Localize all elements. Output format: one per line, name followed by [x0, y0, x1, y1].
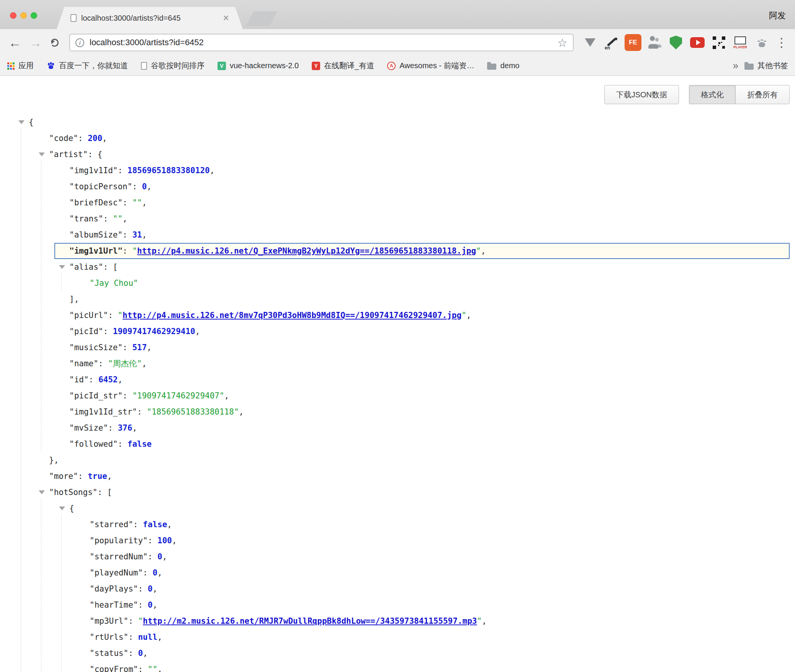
window-zoom-button[interactable]: [31, 12, 37, 19]
bookmark-item[interactable]: 百度一下，你就知道: [47, 61, 128, 71]
shield-extension-icon[interactable]: [666, 33, 685, 52]
forward-button[interactable]: →: [27, 34, 44, 51]
json-key: "mvSize": [69, 423, 108, 433]
translate-extension-icon-badge: en: [605, 45, 610, 51]
browser-tab[interactable]: localhost:3000/artists?id=645 ×: [57, 7, 243, 29]
json-key: "status": [90, 649, 128, 658]
json-string: ": [461, 311, 466, 320]
json-line: "followed": false: [0, 436, 795, 452]
json-key: "copyFrom": [90, 665, 138, 672]
collapse-toggle-icon[interactable]: [39, 490, 45, 494]
json-line: "id": 6452,: [0, 372, 795, 388]
json-punct: ,: [157, 665, 162, 672]
json-url-link[interactable]: http://m2.music.126.net/RMJR7wDullRqppBk…: [143, 616, 477, 626]
json-line: "musicSize": 517,: [0, 339, 795, 356]
json-url-link[interactable]: http://p4.music.126.net/Q_ExePNkmgB2yWyL…: [137, 246, 476, 256]
json-punct: ,: [118, 375, 123, 384]
json-line: "dayPlays": 0,: [0, 581, 795, 597]
refresh-button[interactable]: [51, 39, 59, 47]
bookmark-item[interactable]: AAwesomes - 前端资…: [387, 61, 474, 71]
url-text[interactable]: localhost:3000/artists?id=6452: [90, 38, 557, 48]
json-key: "code": [49, 134, 78, 143]
bookmark-item[interactable]: demo: [487, 61, 519, 70]
bookmark-label: Awesomes - 前端资…: [399, 61, 474, 71]
bookmark-item[interactable]: Y在线翻译_有道: [312, 61, 374, 71]
json-punct: ,: [132, 423, 137, 433]
bookmark-item[interactable]: 谷歌按时间排序: [141, 61, 204, 71]
json-line: "code": 200,: [0, 130, 795, 146]
json-punct: : [: [97, 488, 112, 497]
collapse-toggle-icon[interactable]: [59, 265, 65, 269]
paw-extension-icon[interactable]: [752, 33, 771, 52]
json-boolean: true: [88, 472, 107, 481]
page-icon: [141, 62, 147, 70]
json-line: "picId_str": "19097417462929407",: [0, 388, 795, 404]
json-line: "picUrl": "http://p4.music.126.net/8mv7q…: [0, 307, 795, 323]
awesomes-icon: A: [387, 62, 396, 70]
back-button[interactable]: ←: [6, 34, 24, 51]
qrcode-extension-icon[interactable]: [709, 33, 728, 52]
flag-extension-icon[interactable]: [581, 33, 600, 52]
json-line: "playedNum": 0,: [0, 565, 795, 581]
json-key: "more": [49, 472, 78, 481]
browser-menu-icon[interactable]: ⋮: [774, 35, 789, 50]
json-boolean: false: [143, 520, 167, 529]
json-line: "artist": {: [0, 146, 795, 162]
address-bar[interactable]: i localhost:3000/artists?id=6452 ☆: [69, 34, 574, 51]
json-line: },: [0, 452, 795, 468]
json-line: "mvSize": 376,: [0, 420, 795, 436]
new-tab-button[interactable]: [246, 11, 277, 26]
json-key: "trans": [69, 214, 103, 223]
json-key: "picUrl": [69, 311, 108, 320]
json-number: 200: [88, 134, 102, 143]
other-bookmarks-folder[interactable]: 其他书签: [744, 61, 788, 71]
json-punct: :: [118, 166, 127, 175]
window-minimize-button[interactable]: [20, 12, 27, 19]
json-line: "hotSongs": [: [0, 484, 795, 500]
collapse-toggle-icon[interactable]: [39, 152, 45, 156]
page-info-icon[interactable]: i: [75, 38, 84, 47]
window-close-button[interactable]: [10, 12, 16, 19]
json-line: ],: [0, 291, 795, 307]
json-url-link[interactable]: http://p4.music.126.net/8mv7qP30Pd3oHW8b…: [123, 311, 461, 320]
json-number: 0: [142, 182, 147, 191]
json-number: 0: [157, 552, 162, 561]
json-punct: :: [128, 649, 138, 658]
json-string: ": [118, 311, 123, 320]
json-key: "picId": [69, 327, 103, 336]
people-extension-icon[interactable]: [645, 33, 664, 52]
translate-extension-icon[interactable]: en: [602, 33, 621, 52]
fehelper-extension-icon[interactable]: FE: [625, 34, 641, 51]
json-punct: ,: [142, 230, 147, 239]
collapse-toggle-icon[interactable]: [18, 120, 25, 124]
download-json-button[interactable]: 下载JSON数据: [604, 85, 679, 104]
vue-icon: V: [218, 62, 226, 70]
json-punct: :: [123, 246, 132, 256]
bookmark-label: vue-hackernews-2.0: [230, 61, 299, 70]
json-punct: :: [138, 584, 147, 593]
json-line: "picId": 19097417462929410,: [0, 323, 795, 339]
json-key: "playedNum": [90, 568, 143, 577]
json-key: "musicSize": [69, 343, 123, 352]
tab-close-icon[interactable]: ×: [223, 13, 229, 23]
collapse-toggle-icon[interactable]: [59, 506, 65, 510]
json-punct: :: [123, 198, 132, 207]
video-player-extension-icon[interactable]: [688, 33, 707, 52]
json-punct: :: [148, 536, 157, 545]
bookmark-star-icon[interactable]: ☆: [557, 36, 568, 49]
format-button[interactable]: 格式化: [689, 85, 735, 104]
json-string: "": [148, 665, 157, 672]
json-number: 517: [132, 343, 147, 352]
browser-window: localhost:3000/artists?id=645 × 阿发 ← → i…: [0, 0, 795, 672]
json-line: "more": true,: [0, 468, 795, 484]
bookmarks-overflow-chevron[interactable]: »: [733, 60, 738, 72]
bookmark-item[interactable]: 应用: [7, 61, 34, 71]
json-string: ": [132, 246, 137, 256]
music-player-extension-icon[interactable]: PLAYER: [731, 33, 750, 52]
collapse-all-button[interactable]: 折叠所有: [735, 85, 790, 104]
json-string: "周杰伦": [108, 359, 142, 368]
bookmark-item[interactable]: Vvue-hackernews-2.0: [218, 61, 299, 70]
json-string: "19097417462929407": [132, 391, 224, 400]
json-punct: ,: [162, 552, 167, 561]
json-punct: :: [123, 230, 132, 239]
